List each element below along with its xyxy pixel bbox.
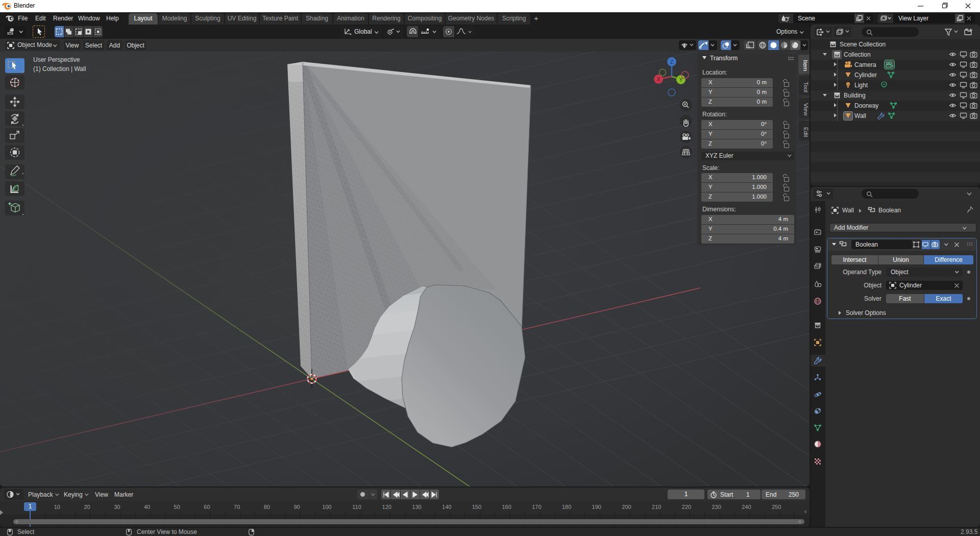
svg-text:Z: Z [670, 59, 673, 65]
svg-text:X: X [657, 77, 660, 82]
svg-text:(1) Collection | Wall: (1) Collection | Wall [33, 65, 86, 72]
svg-text:User Perspective: User Perspective [33, 56, 80, 63]
